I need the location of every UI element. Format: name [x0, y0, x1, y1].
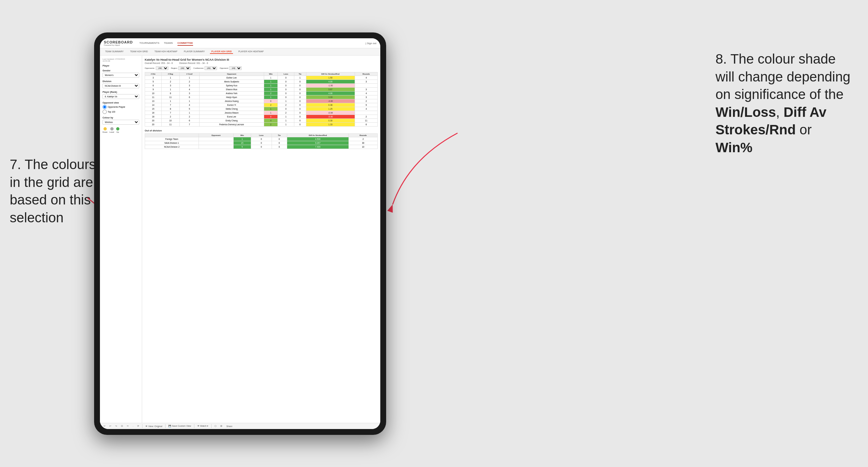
cell-loss: 0 — [278, 95, 294, 99]
grid-panel: Katelyn Vo Head-to-Head Grid for Women's… — [142, 56, 380, 423]
cell-opponent: Jessica Huang — [199, 99, 264, 103]
toolbar-grid[interactable]: ⊡ — [120, 425, 124, 428]
nav-teams[interactable]: TEAMS — [164, 41, 173, 46]
cell-loss: 2 — [278, 111, 294, 115]
cell-conf: 5 — [180, 107, 199, 111]
cell-diff: -0.94 — [306, 111, 355, 115]
nav-items: TOURNAMENTS TEAMS COMMITTEE — [139, 41, 359, 46]
toolbar-view-original[interactable]: 👁 View: Original — [145, 425, 163, 428]
opponent-filter-select[interactable]: (All) — [229, 66, 242, 70]
out-cell-tie: 0 — [272, 141, 287, 145]
toolbar-divider1 — [142, 424, 143, 428]
cell-loss: 0 — [278, 80, 294, 84]
cell-diff: 3.33 — [306, 95, 355, 99]
toolbar-share[interactable]: Share — [225, 425, 233, 428]
radio-top-100[interactable]: Top 100 — [102, 110, 139, 114]
sub-nav-player-h2h-heatmap[interactable]: PLAYER H2H HEATMAP — [237, 50, 265, 54]
cell-rounds: 6 — [355, 123, 377, 127]
division-record: Division Record: 331 - 34 - 6 — [179, 62, 208, 64]
cell-win: 1 — [264, 88, 278, 92]
table-row: 3 1 1 Esther Lee 1 0 1 1.50 4 — [145, 76, 378, 80]
nav-committee[interactable]: COMMITTEE — [178, 41, 193, 46]
app-header: SCOREBOARD Powered by clippd TOURNAMENTS… — [100, 38, 380, 49]
filter-opponent: Opponent (All) — [220, 66, 242, 70]
cell-rounds: 3 — [355, 95, 377, 99]
toolbar-undo2[interactable]: ↩ — [108, 425, 112, 428]
region-select[interactable]: (All) — [178, 66, 191, 70]
opponents-select[interactable]: (All) — [156, 66, 168, 70]
sub-nav-player-summary[interactable]: PLAYER SUMMARY — [183, 50, 206, 54]
out-table-row: NCAA Division 2 5 0 0 7.400 10 — [145, 145, 378, 149]
cell-win: 2 — [264, 92, 278, 95]
col-win: Win — [264, 72, 278, 76]
out-cell-diff: 7.400 — [287, 145, 348, 149]
annotation-right-prefix: 8. The colour shade will change dependin… — [715, 51, 850, 102]
toolbar-divider3 — [194, 424, 194, 428]
logo-sub: Powered by clippd — [104, 44, 133, 46]
gender-select[interactable]: Women's — [102, 73, 139, 77]
cell-conf: 3 — [180, 84, 199, 88]
cell-rounds: 4 — [355, 92, 377, 95]
annotation-left-text: 7. The colours in the grid are based on … — [10, 157, 96, 225]
cell-diff: 4.00 — [306, 80, 355, 84]
cell-tie: 0 — [294, 80, 306, 84]
legend-dot-up — [116, 127, 119, 130]
out-cell-label — [198, 141, 233, 145]
toolbar-undo[interactable]: ↩ — [102, 425, 106, 428]
sub-nav-player-h2h-grid[interactable]: PLAYER H2H GRID — [210, 50, 233, 54]
radio-opponents-played[interactable]: Opponents Played — [102, 105, 139, 109]
toolbar-redo[interactable]: ↪ — [114, 425, 118, 428]
out-of-division-label: Out of division — [145, 129, 378, 132]
cell-tie: 0 — [294, 115, 306, 119]
toolbar-cut[interactable]: ✂ — [126, 425, 130, 428]
toolbar-refresh[interactable]: ⟳ — [136, 425, 140, 428]
colour-by-select[interactable]: Win/loss — [102, 120, 139, 125]
cell-div: 16 — [145, 111, 162, 115]
out-cell-tie: 0 — [272, 137, 287, 141]
cell-div: 20 — [145, 119, 162, 123]
cell-conf: 6 — [180, 95, 199, 99]
toolbar-grid2[interactable]: ⊞ — [219, 425, 223, 428]
cell-opponent: Stella Cheng — [199, 107, 264, 111]
sub-nav-team-h2h-grid[interactable]: TEAM H2H GRID — [129, 50, 149, 54]
cell-diff: 4.00 — [306, 92, 355, 95]
division-select[interactable]: NCAA Division III — [102, 84, 139, 88]
out-cell-win: 1 — [233, 137, 251, 141]
cell-diff: 1.50 — [306, 76, 355, 80]
toolbar-watch[interactable]: 👁 Watch ▾ — [196, 425, 209, 428]
cell-reg: 11 — [161, 123, 180, 127]
out-col-tie: Tie — [272, 134, 287, 137]
table-row: 14 7 4 Eunice Yi 2 2 0 0.38 9 — [145, 103, 378, 107]
cell-loss: 1 — [278, 123, 294, 127]
col-tie: Tie — [294, 72, 306, 76]
filter-conference: Conference (All) — [193, 66, 217, 70]
cell-loss: 1 — [278, 119, 294, 123]
nav-tournaments[interactable]: TOURNAMENTS — [139, 41, 159, 46]
filters-row: Opponents: (All) Region (All) Conference — [145, 66, 378, 70]
out-col-diff: Diff Av Strokes/Rnd — [287, 134, 348, 137]
cell-reg: 1 — [161, 88, 180, 92]
out-cell-win: 15 — [233, 141, 251, 145]
conference-select[interactable]: (All) — [205, 66, 217, 70]
logo-area: SCOREBOARD Powered by clippd — [104, 40, 133, 46]
cell-loss: 0 — [278, 88, 294, 92]
radio-group: Opponents Played Top 100 — [102, 105, 139, 114]
toolbar-save-custom[interactable]: 💾 Save Custom View — [167, 425, 192, 428]
table-row: 11 11 6 Heejo Hyun 1 0 0 3.33 3 — [145, 95, 378, 99]
out-col-win: Win — [233, 134, 251, 137]
toolbar-hex[interactable]: ⬡ — [214, 425, 217, 428]
filter-region: Region (All) — [171, 66, 191, 70]
sub-nav-team-summary[interactable]: TEAM SUMMARY — [104, 50, 125, 54]
player-rank-select[interactable]: 8. Katelyn Vo — [102, 94, 139, 99]
sign-out-link[interactable]: | Sign out — [365, 42, 376, 45]
cell-tie: 0 — [294, 111, 306, 115]
cell-opponent: Andrea York — [199, 92, 264, 95]
last-updated: Last Updated: 27/03/2024 16:55:38 — [102, 58, 139, 62]
cell-loss: 0 — [278, 76, 294, 80]
cell-reg: 6 — [161, 92, 180, 95]
cell-reg: 10 — [161, 119, 180, 123]
toolbar-dot[interactable]: · — [132, 425, 134, 428]
sub-nav-team-h2h-heatmap[interactable]: TEAM H2H HEATMAP — [153, 50, 179, 54]
out-cell-loss: 0 — [251, 145, 272, 149]
cell-win: 4 — [264, 119, 278, 123]
